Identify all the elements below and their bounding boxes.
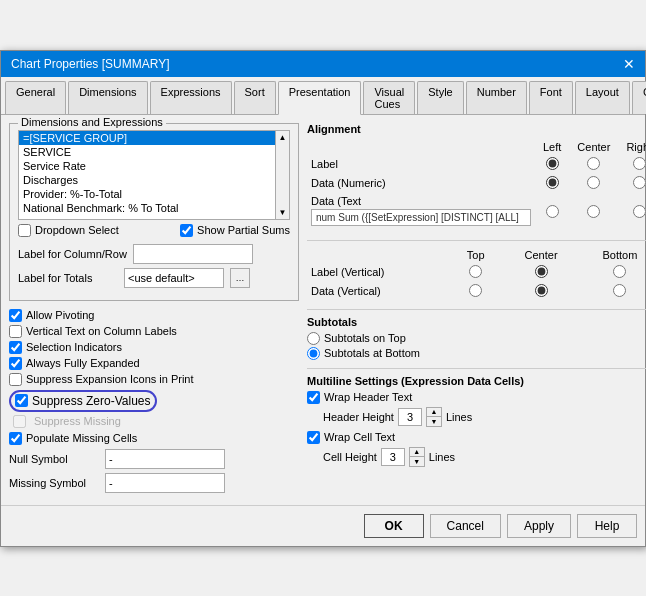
col-right: Right — [618, 139, 646, 155]
help-button[interactable]: Help — [577, 514, 637, 538]
vcol-top: Top — [449, 247, 502, 263]
suppress-missing-label: Suppress Missing — [34, 415, 121, 427]
scrollbar-up[interactable]: ▲ — [279, 133, 287, 142]
dropdown-select-checkbox[interactable] — [18, 224, 31, 237]
tab-dimensions[interactable]: Dimensions — [68, 81, 147, 114]
header-height-label: Header Height — [323, 411, 394, 423]
list-item[interactable]: SERVICE — [19, 145, 275, 159]
tab-font[interactable]: Font — [529, 81, 573, 114]
wrap-cell-row: Wrap Cell Text — [307, 431, 646, 444]
data-vert-center[interactable] — [535, 284, 548, 297]
header-height-down[interactable]: ▼ — [427, 417, 441, 426]
tab-layout[interactable]: Layout — [575, 81, 630, 114]
close-button[interactable]: ✕ — [623, 57, 635, 71]
dimensions-listbox[interactable]: =[SERVICE GROUP] SERVICE Service Rate Di… — [18, 130, 290, 220]
populate-missing-row: Populate Missing Cells — [9, 432, 299, 445]
list-item[interactable]: Service Rate — [19, 159, 275, 173]
selection-indicators-checkbox[interactable] — [9, 341, 22, 354]
tab-general[interactable]: General — [5, 81, 66, 114]
selection-indicators-row: Selection Indicators — [9, 341, 299, 354]
list-item[interactable]: =[SERVICE GROUP] — [19, 131, 275, 145]
suppress-missing-checkbox[interactable] — [13, 415, 26, 428]
label-vert-bottom[interactable] — [613, 265, 626, 278]
tab-visual-cues[interactable]: Visual Cues — [363, 81, 415, 114]
label-align-right[interactable] — [633, 157, 646, 170]
wrap-header-row: Wrap Header Text — [307, 391, 646, 404]
label-vert-top[interactable] — [469, 265, 482, 278]
suppress-missing-row: Suppress Missing — [13, 415, 299, 428]
null-symbol-row: Null Symbol — [9, 449, 299, 469]
list-item[interactable]: Provider: %-To-Total — [19, 187, 275, 201]
subtotals-on-top-radio[interactable] — [307, 332, 320, 345]
tab-number[interactable]: Number — [466, 81, 527, 114]
tab-presentation[interactable]: Presentation — [278, 81, 362, 115]
suppress-expansion-checkbox[interactable] — [9, 373, 22, 386]
cell-height-row: Cell Height ▲ ▼ Lines — [323, 447, 646, 467]
missing-symbol-input[interactable] — [105, 473, 225, 493]
scrollbar-down[interactable]: ▼ — [279, 208, 287, 217]
data-vert-top[interactable] — [469, 284, 482, 297]
show-partial-sums-row: Show Partial Sums — [180, 224, 290, 237]
show-partial-sums-checkbox[interactable] — [180, 224, 193, 237]
cell-lines-label: Lines — [429, 451, 455, 463]
data-vertical-label: Data (Vertical) — [307, 282, 449, 301]
dialog-title: Chart Properties [SUMMARY] — [11, 57, 170, 71]
vertical-text-checkbox[interactable] — [9, 325, 22, 338]
header-height-input[interactable] — [398, 408, 422, 426]
label-vert-center[interactable] — [535, 265, 548, 278]
cell-height-down[interactable]: ▼ — [410, 457, 424, 466]
multiline-section: Multiline Settings (Expression Data Cell… — [307, 375, 646, 467]
tab-bar: General Dimensions Expressions Sort Pres… — [1, 77, 645, 115]
data-num-align-right[interactable] — [633, 176, 646, 189]
options-section: Allow Pivoting Vertical Text on Column L… — [9, 309, 299, 386]
header-height-up[interactable]: ▲ — [427, 408, 441, 417]
list-item[interactable]: National Benchmark: % To Total — [19, 201, 275, 215]
apply-button[interactable]: Apply — [507, 514, 571, 538]
populate-missing-checkbox[interactable] — [9, 432, 22, 445]
label-align-label: Label — [307, 155, 535, 174]
tab-caption[interactable]: Caption — [632, 81, 646, 114]
subtotals-at-bottom-row: Subtotals at Bottom — [307, 347, 646, 360]
data-text-label: Data (Text num Sum ({[SetExpression] [DI… — [307, 193, 535, 232]
dropdown-select-row: Dropdown Select — [18, 224, 119, 237]
label-totals-input[interactable] — [124, 268, 224, 288]
label-align-center[interactable] — [587, 157, 600, 170]
data-num-align-center[interactable] — [587, 176, 600, 189]
label-align-left[interactable] — [546, 157, 559, 170]
ok-button[interactable]: OK — [364, 514, 424, 538]
always-expanded-checkbox[interactable] — [9, 357, 22, 370]
data-text-align-left[interactable] — [546, 205, 559, 218]
label-totals-browse-button[interactable]: … — [230, 268, 250, 288]
data-text-align-center[interactable] — [587, 205, 600, 218]
suppress-zero-highlighted: Suppress Zero-Values — [9, 390, 157, 412]
cell-height-up[interactable]: ▲ — [410, 448, 424, 457]
label-col-row-input[interactable] — [133, 244, 253, 264]
tab-sort[interactable]: Sort — [234, 81, 276, 114]
data-num-align-left[interactable] — [546, 176, 559, 189]
list-item[interactable]: Discharges — [19, 173, 275, 187]
cell-height-input[interactable] — [381, 448, 405, 466]
expression-bar: num Sum ({[SetExpression] [DISTINCT] [AL… — [311, 209, 531, 226]
cancel-button[interactable]: Cancel — [430, 514, 501, 538]
subtotals-title: Subtotals — [307, 316, 646, 328]
data-text-align-right[interactable] — [633, 205, 646, 218]
divider-3 — [307, 368, 646, 369]
null-symbol-label: Null Symbol — [9, 453, 99, 465]
divider-1 — [307, 240, 646, 241]
wrap-header-label: Wrap Header Text — [324, 391, 412, 403]
wrap-header-checkbox[interactable] — [307, 391, 320, 404]
divider-2 — [307, 309, 646, 310]
tab-style[interactable]: Style — [417, 81, 463, 114]
alignment-section: Alignment Left Center Right Label — [307, 123, 646, 232]
allow-pivoting-checkbox[interactable] — [9, 309, 22, 322]
suppress-zero-section: Suppress Zero-Values — [9, 390, 299, 412]
vertical-alignment-table: Top Center Bottom Label (Vertical) Data … — [307, 247, 646, 301]
tab-expressions[interactable]: Expressions — [150, 81, 232, 114]
data-vert-bottom[interactable] — [613, 284, 626, 297]
suppress-zero-checkbox[interactable] — [15, 394, 28, 407]
always-expanded-row: Always Fully Expanded — [9, 357, 299, 370]
col-center: Center — [569, 139, 618, 155]
subtotals-at-bottom-radio[interactable] — [307, 347, 320, 360]
wrap-cell-checkbox[interactable] — [307, 431, 320, 444]
null-symbol-input[interactable] — [105, 449, 225, 469]
